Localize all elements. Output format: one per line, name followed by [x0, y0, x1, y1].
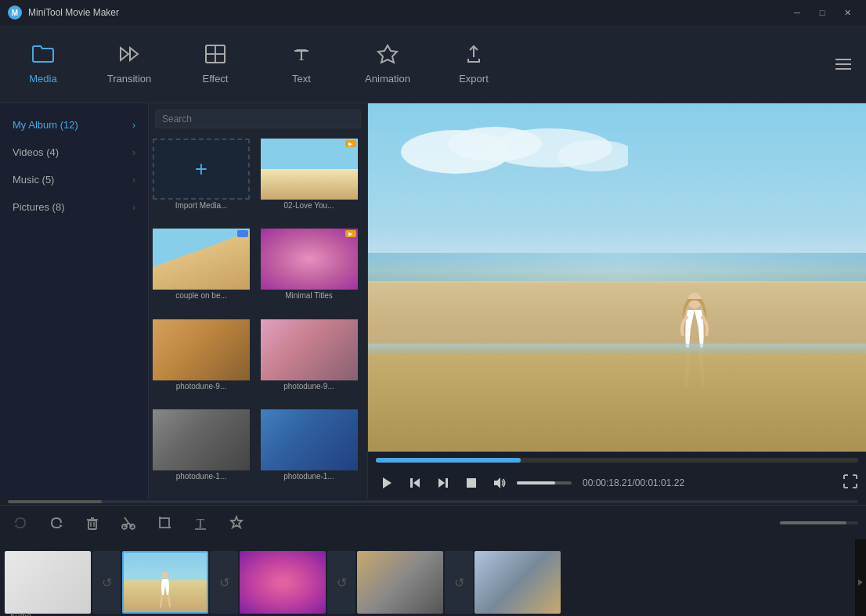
stop-button[interactable] [460, 472, 482, 494]
search-bar [149, 103, 367, 135]
zoom-fill [780, 521, 846, 524]
timeline-clip-3[interactable] [240, 551, 326, 614]
delete-button[interactable] [80, 510, 105, 535]
media-item-love[interactable]: ▶ 02-Love You... [260, 138, 365, 225]
media-item-minimal[interactable]: ▶ Minimal Titles [260, 228, 365, 315]
svg-marker-44 [858, 579, 863, 585]
clouds [393, 121, 628, 183]
toolbar: Media Transition Effect T [0, 25, 866, 103]
close-button[interactable]: ✕ [836, 5, 858, 20]
timeline-clip-2[interactable] [122, 551, 208, 614]
zoom-slider[interactable] [780, 521, 858, 524]
toolbar-export[interactable]: Export [431, 25, 517, 103]
photo-badge [237, 230, 248, 237]
minimize-button[interactable]: ─ [786, 5, 808, 20]
toolbar-transition[interactable]: Transition [86, 25, 172, 103]
sticker-button[interactable] [224, 510, 249, 535]
timeline[interactable]: ↺ ↺ ↺ ↺ Audio [0, 539, 866, 616]
sidebar-item-album[interactable]: My Album (12) › [0, 111, 148, 139]
media-panel: + Import Media... ▶ 02-Love You... coupl… [149, 103, 368, 499]
svg-rect-36 [160, 518, 169, 528]
toolbar-media[interactable]: Media [0, 25, 86, 103]
photo9b-thumb [261, 319, 358, 380]
timeline-clip-5[interactable] [474, 551, 561, 614]
crop-button[interactable] [152, 510, 177, 535]
video-preview [368, 103, 866, 452]
cut-button[interactable] [116, 510, 141, 535]
media-item-photo9a[interactable]: photodune-9... [152, 319, 257, 405]
scroll-track[interactable] [8, 500, 858, 503]
import-thumb: + [153, 139, 250, 200]
video-badge2: ▶ [345, 230, 356, 237]
volume-slider[interactable] [517, 481, 572, 485]
timeline-scroll-right[interactable] [855, 539, 866, 616]
svg-marker-25 [14, 524, 17, 528]
media-item-photo9b[interactable]: photodune-9... [260, 319, 365, 405]
timeline-toolbar: T [0, 505, 866, 539]
photo1b-label: photodune-1... [261, 470, 358, 482]
sidebar: My Album (12) › Videos (4) › Music (5) ›… [0, 103, 149, 499]
toolbar-effect[interactable]: Effect [172, 25, 258, 103]
transition-label: Transition [107, 73, 152, 85]
sidebar-music-label: Music (5) [13, 174, 54, 186]
sidebar-item-pictures[interactable]: Pictures (8) › [0, 193, 148, 221]
chevron-right-icon: › [132, 202, 135, 213]
timeline-transition-4[interactable]: ↺ [445, 551, 473, 614]
volume-button[interactable] [489, 472, 511, 494]
timeline-transition-1[interactable]: ↺ [92, 551, 121, 614]
controls-row: 00:00:18.21/00:01:01.22 [376, 467, 858, 499]
search-input[interactable] [155, 110, 361, 128]
photo9a-thumb [153, 319, 250, 380]
text-overlay-button[interactable]: T [188, 510, 213, 535]
app-icon: M [8, 5, 22, 20]
timeline-transition-2[interactable]: ↺ [210, 551, 238, 614]
media-label: Media [29, 73, 56, 85]
menu-button[interactable] [824, 25, 863, 103]
sidebar-pictures-label: Pictures (8) [13, 201, 64, 213]
chevron-right-icon: › [132, 120, 135, 131]
svg-marker-19 [413, 478, 420, 488]
media-item-photo1a[interactable]: photodune-1... [152, 409, 257, 495]
media-item-photo1b[interactable]: photodune-1... [260, 409, 365, 495]
sidebar-item-music[interactable]: Music (5) › [0, 166, 148, 193]
play-button[interactable] [376, 472, 398, 494]
chevron-right-icon: › [132, 175, 135, 186]
svg-line-42 [161, 595, 162, 607]
transition-icon3: ↺ [337, 575, 347, 590]
timeline-clip-1[interactable] [5, 551, 91, 614]
progress-fill [376, 458, 521, 463]
maximize-button[interactable]: □ [811, 5, 833, 20]
toolbar-animation[interactable]: Animation [345, 25, 431, 103]
svg-point-41 [162, 572, 168, 578]
redo-button[interactable] [44, 510, 69, 535]
love-label: 02-Love You... [261, 200, 358, 211]
love-thumb: ▶ [261, 139, 358, 200]
sea-shimmer [368, 253, 866, 281]
sidebar-item-videos[interactable]: Videos (4) › [0, 139, 148, 166]
svg-line-43 [168, 595, 170, 607]
effect-label: Effect [202, 73, 228, 85]
title-bar: M MiniTool Movie Maker ─ □ ✕ [0, 0, 866, 25]
progress-bar[interactable] [376, 458, 858, 463]
media-grid: + Import Media... ▶ 02-Love You... coupl… [149, 135, 367, 499]
timeline-transition-3[interactable]: ↺ [327, 551, 355, 614]
text-label: Text [292, 73, 311, 85]
preview-area: 00:00:18.21/00:01:01.22 [368, 103, 866, 499]
import-media-item[interactable]: + Import Media... [152, 138, 257, 225]
playback-controls: 00:00:18.21/00:01:01.22 [368, 452, 866, 499]
scroll-thumb[interactable] [8, 500, 102, 503]
photo1b-thumb [261, 409, 358, 470]
step-forward-button[interactable] [432, 472, 454, 494]
timeline-clip-4[interactable] [357, 551, 443, 614]
sidebar-album-label: My Album (12) [13, 119, 78, 131]
svg-rect-4 [215, 45, 225, 54]
svg-marker-9 [378, 45, 397, 63]
fullscreen-button[interactable] [843, 474, 858, 493]
svg-rect-5 [206, 54, 215, 63]
undo-button[interactable] [8, 510, 33, 535]
toolbar-text[interactable]: T Text [258, 25, 345, 103]
step-back-button[interactable] [404, 472, 426, 494]
export-icon [462, 43, 485, 68]
svg-rect-20 [410, 478, 413, 488]
media-item-couple[interactable]: couple on be... [152, 228, 257, 315]
